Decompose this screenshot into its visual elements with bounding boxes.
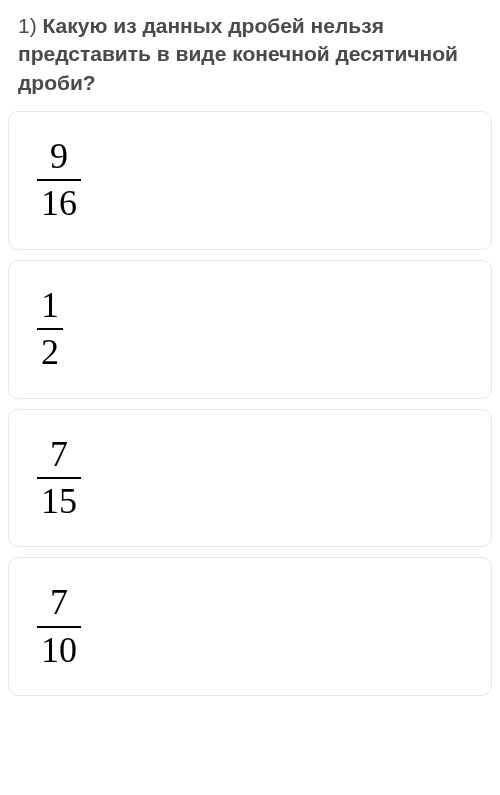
fraction: 1 2 [37, 285, 63, 374]
fraction-numerator: 7 [46, 582, 72, 625]
question-number: 1 [18, 14, 30, 37]
fraction-denominator: 16 [37, 181, 81, 224]
fraction-denominator: 15 [37, 479, 81, 522]
answer-option-4[interactable]: 7 10 [8, 557, 492, 696]
fraction-numerator: 9 [46, 136, 72, 179]
answer-option-2[interactable]: 1 2 [8, 260, 492, 399]
fraction: 7 10 [37, 582, 81, 671]
question-header: 1) Какую из данных дробей нельзя предста… [0, 0, 500, 111]
question-separator: ) [30, 14, 43, 37]
question-text: Какую из данных дробей нельзя представит… [18, 14, 458, 94]
fraction: 7 15 [37, 434, 81, 523]
fraction-denominator: 10 [37, 628, 81, 671]
answer-option-3[interactable]: 7 15 [8, 409, 492, 548]
fraction-numerator: 7 [46, 434, 72, 477]
answer-option-1[interactable]: 9 16 [8, 111, 492, 250]
fraction-denominator: 2 [37, 330, 63, 373]
fraction-numerator: 1 [37, 285, 63, 328]
fraction: 9 16 [37, 136, 81, 225]
